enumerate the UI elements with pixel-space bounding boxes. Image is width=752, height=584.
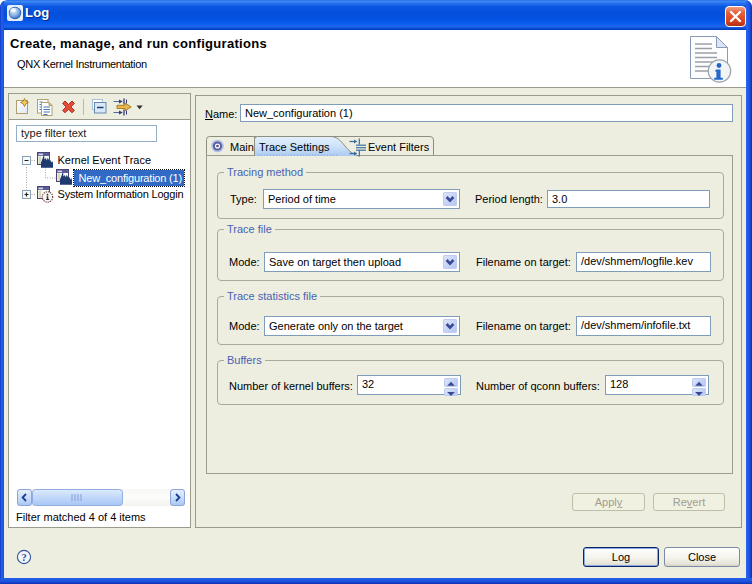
svg-text:?: ? [21,552,26,563]
